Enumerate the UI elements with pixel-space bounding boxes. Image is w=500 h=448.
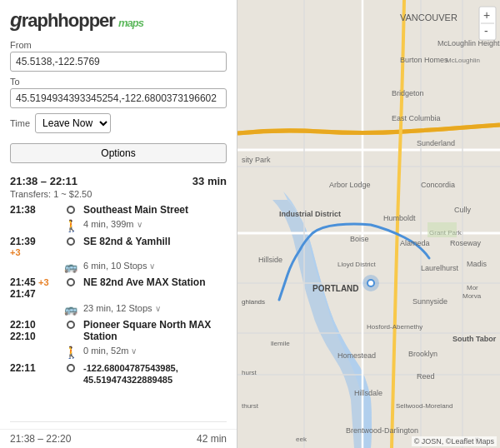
svg-text:McLoughlin: McLoughlin [446, 57, 480, 64]
step-5: 22:11 -122.68004787543985,45.51947432288… [10, 362, 227, 386]
svg-text:sity Park: sity Park [242, 156, 271, 164]
step-5-time: 22:11 [10, 362, 58, 374]
svg-text:PORTLAND: PORTLAND [312, 284, 359, 293]
step-1: 21:38 Southeast Main Street [10, 204, 227, 216]
route-time-range: 21:38 – 22:11 [10, 175, 78, 187]
chevron-4[interactable]: ∨ [131, 346, 137, 356]
time-select[interactable]: Leave Now [35, 113, 111, 133]
options-button[interactable]: Options [10, 143, 227, 163]
svg-text:Lloyd District: Lloyd District [338, 261, 377, 268]
svg-text:Hillside: Hillside [258, 256, 282, 264]
route-duration: 33 min [192, 175, 227, 187]
step-3-detail: 23 min, 12 Stops ∨ [83, 303, 227, 313]
step-1-dot [67, 206, 75, 214]
step-3-detail-row: 🚌 23 min, 12 Stops ∨ [10, 303, 227, 316]
step-2: 21:39 +3 SE 82nd & Yamhill [10, 236, 227, 257]
maps-label: maps [118, 17, 143, 29]
svg-text:-: - [484, 24, 488, 37]
step-1-content: Southeast Main Street [83, 204, 227, 216]
svg-text:+: + [483, 8, 490, 22]
svg-text:Sellwood-Moreland: Sellwood-Moreland [396, 402, 452, 410]
logo-area: graphhoppermaps [0, 0, 237, 37]
walk-icon-4: 🚶 [64, 346, 78, 359]
step-3-time2: 21:47 [10, 288, 58, 300]
svg-text:Laurelhurst: Laurelhurst [421, 264, 459, 272]
svg-text:Concordia: Concordia [421, 181, 455, 189]
time-row: Time Leave Now [10, 113, 227, 133]
svg-text:eek: eek [296, 436, 308, 443]
map-svg: VANCOUVER McLoughlin Heights McLoughlin … [238, 0, 500, 448]
svg-text:Boise: Boise [350, 235, 369, 243]
chevron-2[interactable]: ∨ [149, 261, 155, 271]
to-input[interactable] [10, 88, 227, 108]
final-time-range: 21:38 – 22:20 [10, 433, 71, 445]
svg-text:Burton Homes: Burton Homes [400, 56, 448, 64]
svg-text:llemile: llemile [271, 340, 290, 347]
step-4-time: 22:10 [10, 319, 58, 331]
route-summary: 21:38 – 22:11 33 min [0, 170, 237, 189]
map-attribution: © JOSN, ©Leaflet Maps [412, 436, 497, 446]
chevron-3[interactable]: ∨ [155, 304, 161, 313]
app-logo: graphhoppermaps [10, 10, 143, 31]
step-3-title: NE 82nd Ave MAX Station [83, 276, 227, 288]
step-1-time: 21:38 [10, 204, 58, 216]
from-input[interactable] [10, 52, 227, 72]
step-3-dot [67, 278, 75, 286]
step-3: 21:45 +3 21:47 NE 82nd Ave MAX Station [10, 276, 227, 300]
svg-text:Hillsdale: Hillsdale [354, 389, 382, 397]
svg-text:Homestead: Homestead [338, 351, 376, 360]
step-2-time: 21:39 [10, 236, 58, 247]
step-4-dot [67, 321, 75, 329]
step-2-detail-row: 🚌 6 min, 10 Stops ∨ [10, 261, 227, 273]
step-1-icon-col [63, 204, 78, 214]
step-2-dot [67, 237, 75, 246]
svg-text:Arbor Lodge: Arbor Lodge [329, 181, 371, 189]
svg-text:VANCOUVER: VANCOUVER [400, 12, 458, 22]
svg-text:South Tabor: South Tabor [452, 335, 497, 343]
svg-text:Brooklyn: Brooklyn [408, 350, 438, 358]
svg-text:ghlands: ghlands [242, 298, 265, 306]
map-panel[interactable]: VANCOUVER McLoughlin Heights McLoughlin … [238, 0, 500, 448]
svg-point-53 [368, 281, 373, 286]
route-steps: 21:38 Southeast Main Street 🚶 4 min, 399… [0, 204, 237, 418]
svg-rect-50 [428, 222, 457, 237]
walk-icon-1: 🚶 [64, 219, 78, 232]
step-1-detail-row: 🚶 4 min, 399m ∨ [10, 219, 227, 232]
input-section: From To Time Leave Now [0, 37, 237, 142]
svg-text:East Columbia: East Columbia [392, 114, 441, 122]
step-1-time-col: 21:38 [10, 204, 58, 216]
svg-text:Cully: Cully [454, 206, 472, 214]
bus-icon-3: 🚌 [64, 303, 78, 316]
step-4-time2: 22:10 [10, 331, 58, 342]
step-5-coords: -122.68004787543985,45.519474322889485 [83, 362, 227, 386]
step-4-detail-row: 🚶 0 min, 52m ∨ [10, 346, 227, 359]
to-label: To [10, 77, 227, 87]
svg-text:thurst: thurst [242, 402, 259, 410]
svg-text:Morva: Morva [462, 292, 482, 300]
step-2-title: SE 82nd & Yamhill [83, 236, 227, 247]
svg-text:Sunderland: Sunderland [417, 139, 455, 147]
step-2-extra: +3 [10, 247, 58, 257]
svg-text:hurst: hurst [242, 369, 258, 376]
left-panel: graphhoppermaps From To Time Leave Now O… [0, 0, 238, 448]
svg-text:Sunnyside: Sunnyside [412, 297, 448, 306]
final-duration: 42 min [197, 433, 227, 445]
svg-text:Reed: Reed [417, 372, 435, 381]
step-4-detail: 0 min, 52m ∨ [83, 346, 227, 356]
final-summary: 21:38 – 22:20 42 min [0, 429, 237, 448]
transfers-text: Transfers: 1 ~ $2.50 [0, 189, 237, 204]
step-2-detail: 6 min, 10 Stops ∨ [83, 261, 227, 271]
svg-text:Roseway: Roseway [450, 239, 482, 247]
svg-text:Industrial District: Industrial District [279, 210, 341, 218]
section-divider [10, 421, 227, 422]
time-label: Time [10, 118, 30, 128]
step-4-title: Pioneer Square North MAX Station [83, 319, 227, 342]
step-4: 22:10 22:10 Pioneer Square North MAX Sta… [10, 319, 227, 342]
svg-text:Hosford-Abernethy: Hosford-Abernethy [367, 323, 422, 331]
svg-text:Alameda: Alameda [400, 239, 430, 247]
chevron-1[interactable]: ∨ [137, 220, 142, 229]
step-1-detail: 4 min, 399m ∨ [83, 219, 227, 229]
bus-icon-2: 🚌 [64, 261, 78, 273]
from-label: From [10, 40, 227, 50]
step-5-dot [67, 364, 75, 372]
